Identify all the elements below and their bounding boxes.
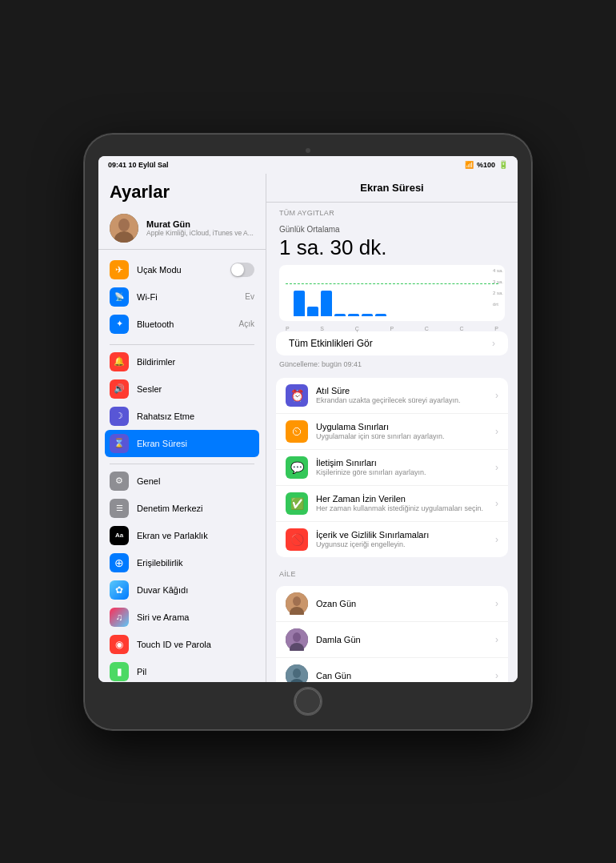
list-item-can[interactable]: Can Gün › <box>276 658 508 682</box>
chart-bar-p1 <box>294 291 305 316</box>
genel-icon: ⚙ <box>110 472 129 491</box>
erisilebilirlik-label: Erişilebilirlik <box>137 558 254 568</box>
usage-chart: 4 sa. 3 sa. 2 sa. ört <box>279 265 505 321</box>
svg-point-1 <box>118 219 130 231</box>
damla-chevron: › <box>495 634 498 645</box>
sidebar-item-erisilebilirlik[interactable]: ⊕ Erişilebilirlik <box>98 549 266 576</box>
profile-section[interactable]: Murat Gün Apple Kimliği, iCloud, iTunes … <box>98 207 266 250</box>
sidebar-item-sesler[interactable]: 🔊 Sesler <box>98 375 266 403</box>
ekran-suresi-label: Ekran Süresi <box>137 439 254 448</box>
wifi-label: Wi-Fi <box>137 292 237 302</box>
update-text: Güncelleme: bugün 09:41 <box>266 359 518 371</box>
denetim-merkezi-label: Denetim Merkezi <box>137 504 254 513</box>
iletisim-sinirlari-icon: 💬 <box>286 456 308 479</box>
chart-bar-p2 <box>334 314 346 316</box>
divider-2 <box>110 464 254 464</box>
uygulama-sinirlari-chevron: › <box>495 426 498 437</box>
sidebar-title: Ayarlar <box>98 174 266 207</box>
family-section-label: AİLE <box>266 564 518 580</box>
atil-sure-chevron: › <box>495 390 498 401</box>
svg-point-4 <box>293 596 301 606</box>
sidebar-item-siri-arama[interactable]: ♫ Siri ve Arama <box>98 604 266 631</box>
sidebar-item-pil[interactable]: ▮ Pil <box>98 658 266 682</box>
sidebar-item-denetim-merkezi[interactable]: ☰ Denetim Merkezi <box>98 495 266 522</box>
main-content: Ekran Süresi TÜM AYGITLAR Günlük Ortalam… <box>266 174 518 682</box>
chart-bar-c3 <box>362 314 373 316</box>
svg-point-10 <box>293 668 301 678</box>
battery-indicator: %100 <box>477 161 495 169</box>
sidebar-item-ucak-modu[interactable]: ✈ Uçak Modu <box>98 256 266 283</box>
can-text: Can Gün <box>316 671 487 680</box>
list-item-damla[interactable]: Damla Gün › <box>276 622 508 658</box>
icerik-gizlilik-text: İçerik ve Gizlilik Sınırlamaları Uygunsu… <box>316 530 487 548</box>
duvar-kagidi-label: Duvar Kâğıdı <box>137 585 254 595</box>
list-item-uygulama-sinirlari[interactable]: ⏲ Uygulama Sınırları Uygulamalar için sü… <box>276 414 508 450</box>
status-bar: 09:41 10 Eylül Sal 📶 %100 🔋 <box>98 156 518 174</box>
chart-x-labels: P S Ç P C C P <box>279 324 505 331</box>
wifi-value: Ev <box>245 292 254 301</box>
bluetooth-value: Açık <box>239 319 254 328</box>
erisilebilirlik-icon: ⊕ <box>110 553 129 572</box>
view-all-label: Tüm Etkinlikleri Gör <box>289 338 373 349</box>
siri-arama-icon: ♫ <box>110 608 129 627</box>
uygulama-sinirlari-text: Uygulama Sınırları Uygulamalar için süre… <box>316 422 487 440</box>
touch-id-icon: ◉ <box>110 635 129 654</box>
avatar <box>110 214 138 243</box>
atil-sure-text: Atıl Süre Ekrandan uzakta geçirilecek sü… <box>316 386 487 404</box>
sidebar-item-ekran-suresi[interactable]: ⌛ Ekran Süresi <box>105 430 259 457</box>
sidebar-item-bluetooth[interactable]: ✦ Bluetooth Açık <box>98 311 266 338</box>
sidebar-item-rahatsiz-etme[interactable]: ☽ Rahatsız Etme <box>98 403 266 430</box>
iletisim-sinirlari-text: İletişim Sınırları Kişilerinize göre sın… <box>316 458 487 476</box>
touch-id-label: Touch ID ve Parola <box>137 640 254 649</box>
list-item-icerik-gizlilik[interactable]: 🚫 İçerik ve Gizlilik Sınırlamaları Uygun… <box>276 522 508 557</box>
sesler-label: Sesler <box>137 384 254 394</box>
icerik-gizlilik-icon: 🚫 <box>286 528 308 551</box>
view-all-chevron: › <box>492 338 495 349</box>
genel-label: Genel <box>137 476 254 486</box>
svg-point-7 <box>293 632 301 642</box>
wifi-icon-sidebar: 📡 <box>110 287 129 307</box>
list-item-her-zaman-izin[interactable]: ✅ Her Zaman İzin Verilen Her zaman kulla… <box>276 486 508 522</box>
pil-icon: ▮ <box>110 662 129 681</box>
siri-arama-label: Siri ve Arama <box>137 612 254 622</box>
her-zaman-izin-text: Her Zaman İzin Verilen Her zaman kullanm… <box>316 494 487 512</box>
chart-bar-c2 <box>348 314 359 316</box>
sidebar-item-genel[interactable]: ⚙ Genel <box>98 468 266 495</box>
sidebar-item-ekran-parlaklik[interactable]: Aa Ekran ve Parlaklık <box>98 522 266 549</box>
settings-list: ⏰ Atıl Süre Ekrandan uzakta geçirilecek … <box>276 378 508 557</box>
ozan-avatar <box>286 592 308 615</box>
icerik-gizlilik-chevron: › <box>495 534 498 545</box>
sidebar-item-wifi[interactable]: 📡 Wi-Fi Ev <box>98 283 266 311</box>
bildirimler-label: Bildirimler <box>137 357 254 367</box>
her-zaman-izin-chevron: › <box>495 498 498 509</box>
damla-avatar <box>286 628 308 651</box>
profile-subtitle: Apple Kimliği, iCloud, iTunes ve A... <box>146 229 254 237</box>
home-button[interactable] <box>294 687 322 716</box>
sidebar-item-duvar-kagidi[interactable]: ✿ Duvar Kâğıdı <box>98 576 266 604</box>
uygulama-sinirlari-icon: ⏲ <box>286 420 308 443</box>
screen: 09:41 10 Eylül Sal 📶 %100 🔋 Ayarlar <box>98 156 518 682</box>
sesler-icon: 🔊 <box>110 379 129 399</box>
list-item-ozan[interactable]: Ozan Gün › <box>276 586 508 622</box>
sidebar-item-touch-id[interactable]: ◉ Touch ID ve Parola <box>98 631 266 658</box>
content-area: Ayarlar Murat Gün Apple Kimliği, iCloud,… <box>98 174 518 682</box>
wifi-icon: 📶 <box>465 161 474 169</box>
view-all-row[interactable]: Tüm Etkinlikleri Gör › <box>276 331 508 355</box>
damla-text: Damla Gün <box>316 635 487 644</box>
bluetooth-label: Bluetooth <box>137 319 231 329</box>
profile-name: Murat Gün <box>146 219 254 229</box>
chart-bar-s <box>307 307 318 316</box>
section-label-aygitlar: TÜM AYGITLAR <box>266 203 518 219</box>
chart-bar-p3 <box>375 314 386 316</box>
list-item-atil-sure[interactable]: ⏰ Atıl Süre Ekrandan uzakta geçirilecek … <box>276 378 508 414</box>
bluetooth-icon: ✦ <box>110 315 129 334</box>
ucak-modu-toggle[interactable] <box>230 263 254 277</box>
can-avatar <box>286 664 308 682</box>
bildirimler-icon: 🔔 <box>110 352 129 371</box>
sidebar-item-bildirimler[interactable]: 🔔 Bildirimler <box>98 348 266 375</box>
pil-label: Pil <box>137 667 254 676</box>
list-item-iletisim-sinirlari[interactable]: 💬 İletişim Sınırları Kişilerinize göre s… <box>276 450 508 486</box>
sidebar-group-notifications: 🔔 Bildirimler 🔊 Sesler ☽ Rahatsız Etme ⌛… <box>98 348 266 457</box>
sidebar-group-system: ⚙ Genel ☰ Denetim Merkezi Aa Ekran ve Pa… <box>98 468 266 682</box>
ekran-suresi-icon: ⌛ <box>110 434 129 453</box>
